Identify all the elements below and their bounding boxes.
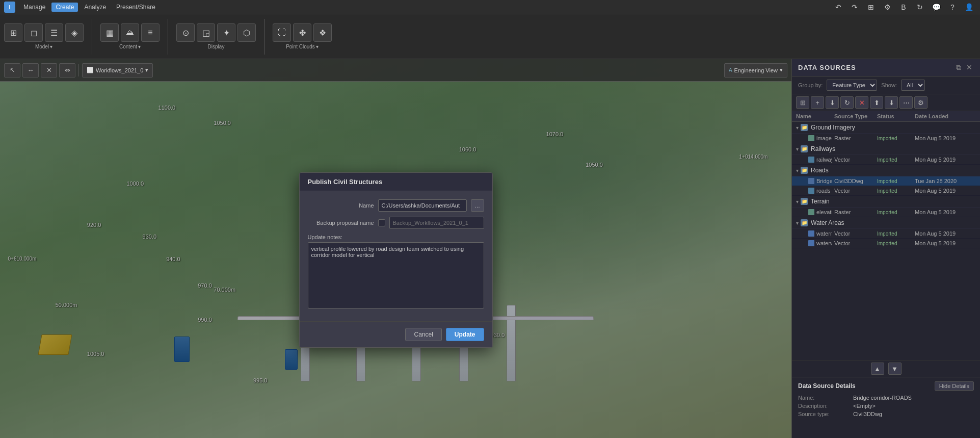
bold-icon[interactable]: B bbox=[896, 0, 911, 14]
data-status-watermulti: Imported bbox=[877, 231, 913, 237]
refresh-icon[interactable]: ↻ bbox=[913, 0, 927, 14]
update-button[interactable]: Update bbox=[446, 328, 484, 341]
action-download-icon[interactable]: ⬇ bbox=[885, 96, 898, 109]
detail-row-name: Name: Bridge corridor-ROADS bbox=[798, 395, 974, 401]
data-date-watermulti: Mon Aug 5 2019 bbox=[915, 230, 976, 237]
toolbar-btn-grid[interactable]: ⊞ bbox=[4, 23, 22, 42]
panel-float-icon[interactable]: ⧉ bbox=[955, 63, 963, 72]
data-row-bridge-roads[interactable]: Bridge corridor-ROADS Civil3DDwg Importe… bbox=[792, 176, 980, 186]
group-terrain[interactable]: ▾ 📁 Terrain bbox=[792, 196, 980, 208]
data-row-waterways[interactable]: waterways Vector Imported Mon Aug 5 2019 bbox=[792, 239, 980, 248]
menu-create[interactable]: Create bbox=[51, 3, 78, 12]
toolbar-btn-content1[interactable]: ▦ bbox=[100, 23, 119, 42]
toolbar-btn-model4[interactable]: ◈ bbox=[65, 23, 84, 42]
toolbar-divider-2 bbox=[168, 19, 168, 55]
action-delete-icon[interactable]: ✕ bbox=[855, 96, 868, 109]
update-notes-textarea[interactable]: vertical profile lowered by road design … bbox=[308, 242, 484, 308]
group-railways[interactable]: ▾ 📁 Railways bbox=[792, 143, 980, 155]
action-settings-icon[interactable]: ⚙ bbox=[914, 96, 928, 109]
toolbar-btn-layers[interactable]: ☰ bbox=[45, 23, 63, 42]
detail-val-name: Bridge corridor-ROADS bbox=[853, 395, 912, 401]
dialog-name-input[interactable] bbox=[378, 199, 467, 212]
user-icon[interactable]: 👤 bbox=[962, 0, 976, 14]
data-row-roads[interactable]: roads Vector Imported Mon Aug 5 2019 bbox=[792, 186, 980, 196]
vt-btn-ruler[interactable]: ↔ bbox=[22, 63, 39, 78]
menu-present-share[interactable]: Present/Share bbox=[112, 3, 160, 12]
panel-close-icon[interactable]: ✕ bbox=[965, 63, 974, 72]
detail-val-description: <Empty> bbox=[853, 403, 876, 409]
undo-icon[interactable]: ↶ bbox=[831, 0, 845, 14]
viewport[interactable]: ↖ ↔ ✕ ⇔ ⬜ Workflows_2021_0 ▾ A Engineeri… bbox=[0, 59, 791, 438]
view-dropdown[interactable]: A Engineering View ▾ bbox=[724, 63, 787, 78]
action-more-icon[interactable]: ⋯ bbox=[899, 96, 913, 109]
main-area: ↖ ↔ ✕ ⇔ ⬜ Workflows_2021_0 ▾ A Engineeri… bbox=[0, 59, 980, 438]
toolbar-btn-content2[interactable]: ⛰ bbox=[121, 23, 139, 42]
tree-content[interactable]: ▾ 📁 Ground Imagery imagery Raster Import… bbox=[792, 122, 980, 360]
action-grid-icon[interactable]: ⊞ bbox=[796, 96, 809, 109]
settings-icon[interactable]: ⚙ bbox=[880, 0, 894, 14]
update-notes-label: Update notes: bbox=[308, 234, 484, 240]
toolbar-divider-1 bbox=[92, 19, 92, 55]
data-source-roads: Vector bbox=[834, 188, 875, 194]
action-row: ⊞ + ⬇ ↻ ✕ ⬆ ⬇ ⋯ ⚙ bbox=[792, 94, 980, 111]
cancel-button[interactable]: Cancel bbox=[405, 328, 441, 341]
data-name-imagery: imagery bbox=[808, 135, 832, 141]
folder-icon: 📁 bbox=[801, 124, 808, 131]
group-name-railways: Railways bbox=[811, 145, 835, 152]
grid-icon[interactable]: ⊞ bbox=[864, 0, 878, 14]
data-row-elevation[interactable]: elevation Raster Imported Mon Aug 5 2019 bbox=[792, 208, 980, 217]
toolbar-btn-cube[interactable]: ◻ bbox=[24, 23, 43, 42]
vt-btn-pointer[interactable]: ↖ bbox=[4, 63, 20, 78]
detail-row-source-type: Source type: Civil3DDwg bbox=[798, 411, 974, 417]
data-date-waterways: Mon Aug 5 2019 bbox=[915, 240, 976, 246]
group-by-dropdown[interactable]: Feature Type bbox=[827, 80, 877, 91]
data-row-railways[interactable]: railways Vector Imported Mon Aug 5 2019 bbox=[792, 155, 980, 165]
group-name-ground-imagery: Ground Imagery bbox=[811, 124, 855, 131]
scroll-down-icon[interactable]: ▼ bbox=[888, 363, 902, 375]
action-import-icon[interactable]: ⬇ bbox=[826, 96, 839, 109]
menu-analyze[interactable]: Analyze bbox=[80, 3, 110, 12]
dialog-footer: Cancel Update bbox=[300, 321, 492, 347]
workflow-dropdown[interactable]: ⬜ Workflows_2021_0 ▾ bbox=[82, 63, 153, 78]
detail-key-name: Name: bbox=[798, 395, 849, 401]
toolbar-btn-pc3[interactable]: ❖ bbox=[313, 23, 332, 42]
menu-manage[interactable]: Manage bbox=[19, 3, 49, 12]
panel-title: DATA SOURCES bbox=[798, 64, 856, 71]
scroll-up-icon[interactable]: ▲ bbox=[871, 363, 884, 375]
toolbar-btn-display3[interactable]: ✦ bbox=[217, 23, 235, 42]
dialog-name-label: Name bbox=[308, 202, 374, 209]
vector-waterways-icon bbox=[808, 240, 814, 246]
toolbar-btn-pc2[interactable]: ✤ bbox=[293, 23, 311, 42]
group-ground-imagery[interactable]: ▾ 📁 Ground Imagery bbox=[792, 122, 980, 134]
group-water-areas[interactable]: ▾ 📁 Water Areas bbox=[792, 217, 980, 229]
display-label: Display bbox=[208, 44, 225, 49]
group-roads[interactable]: ▾ 📁 Roads bbox=[792, 165, 980, 176]
dialog-overlay: Publish Civil Structures Name … Backup p… bbox=[0, 82, 791, 438]
data-row-watermulti[interactable]: watermulti Vector Imported Mon Aug 5 201… bbox=[792, 229, 980, 239]
chat-icon[interactable]: 💬 bbox=[929, 0, 943, 14]
publish-dialog: Publish Civil Structures Name … Backup p… bbox=[299, 172, 493, 348]
data-name-roads: roads bbox=[808, 188, 832, 194]
data-name-waterways: waterways bbox=[808, 240, 832, 246]
vt-btn-resize[interactable]: ⇔ bbox=[59, 63, 75, 78]
toolbar-btn-display4[interactable]: ⬡ bbox=[237, 23, 256, 42]
toolbar-btn-pc1[interactable]: ⛶ bbox=[273, 23, 291, 42]
data-name-elevation: elevation bbox=[808, 209, 832, 215]
toolbar-btn-display1[interactable]: ⊙ bbox=[176, 23, 195, 42]
help-icon[interactable]: ? bbox=[945, 0, 960, 14]
vt-btn-cross[interactable]: ✕ bbox=[41, 63, 57, 78]
dialog-browse-button[interactable]: … bbox=[471, 199, 484, 212]
toolbar-btn-display2[interactable]: ◲ bbox=[197, 23, 215, 42]
action-add-icon[interactable]: + bbox=[811, 96, 824, 109]
data-row-imagery[interactable]: imagery Raster Imported Mon Aug 5 2019 bbox=[792, 134, 980, 143]
dialog-backup-checkbox[interactable] bbox=[378, 219, 385, 226]
data-date-roads: Mon Aug 5 2019 bbox=[915, 188, 976, 194]
hide-details-button[interactable]: Hide Details bbox=[935, 381, 974, 391]
show-dropdown[interactable]: All bbox=[901, 80, 925, 91]
toolbar-btn-content3[interactable]: ≡ bbox=[141, 23, 160, 42]
dialog-backup-input[interactable] bbox=[389, 217, 484, 229]
action-upload-icon[interactable]: ⬆ bbox=[870, 96, 883, 109]
bottom-panel: Data Source Details Hide Details Name: B… bbox=[792, 377, 980, 438]
redo-icon[interactable]: ↷ bbox=[847, 0, 862, 14]
action-refresh-icon[interactable]: ↻ bbox=[840, 96, 854, 109]
